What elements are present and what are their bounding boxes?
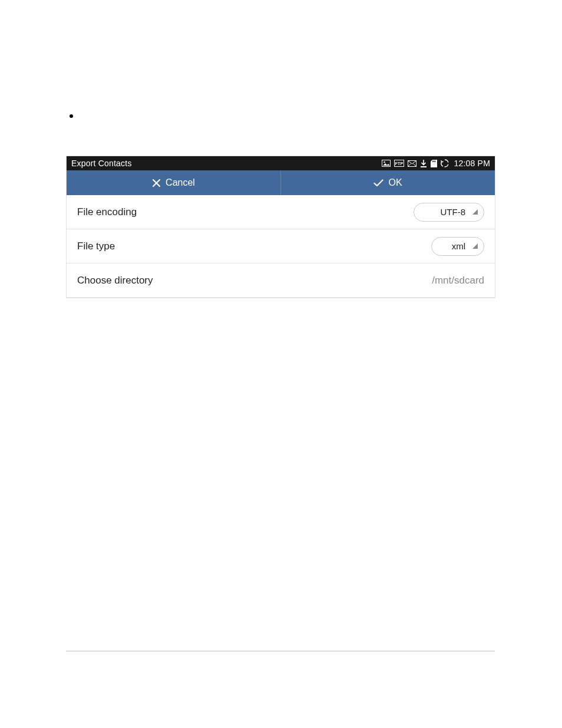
row-file-encoding[interactable]: File encoding UTF-8: [67, 195, 495, 229]
file-type-label: File type: [77, 241, 115, 252]
sd-card-icon: [431, 160, 437, 167]
status-bar: Export Contacts FTP: [67, 156, 495, 170]
file-type-value: xml: [452, 241, 465, 251]
export-contacts-screen: Export Contacts FTP: [66, 156, 495, 298]
file-encoding-value: UTF-8: [441, 207, 466, 217]
row-choose-directory[interactable]: Choose directory /mnt/sdcard: [67, 263, 495, 298]
svg-rect-7: [434, 160, 434, 162]
svg-rect-5: [421, 166, 427, 167]
status-bar-icons: FTP 12:08 PM: [382, 159, 490, 168]
status-bar-title: Export Contacts: [71, 159, 132, 168]
mail-icon: [408, 160, 416, 167]
choose-directory-label: Choose directory: [77, 275, 153, 286]
svg-rect-8: [435, 160, 435, 162]
choose-directory-value: /mnt/sdcard: [432, 275, 484, 286]
sync-icon: [441, 159, 449, 167]
file-encoding-label: File encoding: [77, 206, 137, 218]
dropdown-caret-icon: [472, 243, 478, 249]
cancel-button[interactable]: Cancel: [67, 170, 281, 195]
svg-point-1: [384, 162, 386, 163]
svg-text:FTP: FTP: [395, 162, 404, 166]
close-icon: [152, 179, 161, 187]
document-bullet: [70, 114, 73, 118]
status-bar-clock: 12:08 PM: [454, 159, 490, 168]
settings-list: File encoding UTF-8 File type xml Choose…: [67, 195, 495, 298]
download-icon: [420, 160, 427, 167]
cancel-label: Cancel: [166, 177, 195, 188]
dropdown-caret-icon: [472, 209, 478, 215]
check-icon: [373, 179, 384, 187]
file-type-spinner[interactable]: xml: [431, 237, 484, 256]
row-file-type[interactable]: File type xml: [67, 229, 495, 263]
ok-button[interactable]: OK: [281, 170, 495, 195]
ok-label: OK: [388, 177, 402, 188]
action-bar: Cancel OK: [67, 170, 495, 195]
ftp-icon: FTP: [394, 160, 404, 167]
image-icon: [382, 160, 391, 167]
file-encoding-spinner[interactable]: UTF-8: [414, 203, 484, 222]
svg-rect-6: [432, 160, 433, 162]
page-footer-rule: [66, 651, 495, 651]
